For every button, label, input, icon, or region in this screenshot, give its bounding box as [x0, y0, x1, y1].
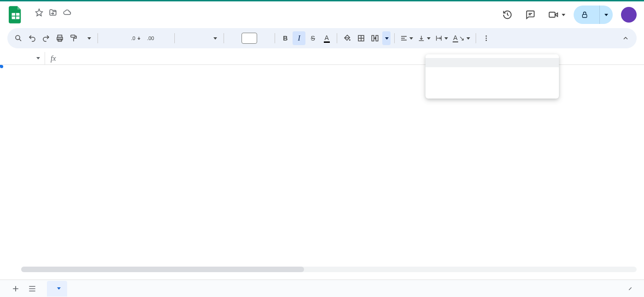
namebox-dropdown-icon[interactable]: [36, 57, 40, 59]
meet-icon[interactable]: [546, 7, 561, 22]
horizontal-align-button[interactable]: [398, 31, 415, 45]
decrease-fontsize[interactable]: [228, 31, 241, 45]
paint-format-icon[interactable]: [67, 31, 80, 45]
menu-extensions[interactable]: [87, 17, 95, 21]
menu-edit[interactable]: [38, 17, 45, 21]
star-icon[interactable]: [35, 8, 43, 17]
svg-point-8: [349, 39, 351, 41]
active-cell-outline: [0, 65, 2, 67]
cloud-status-icon[interactable]: [63, 8, 72, 17]
share-button[interactable]: [574, 6, 599, 24]
svg-rect-1: [549, 12, 555, 17]
toolbar-more-icon[interactable]: [480, 31, 493, 45]
toolbar: .0 .00 B I S A A↘: [7, 28, 637, 48]
text-color-button[interactable]: A: [320, 31, 333, 45]
explore-button[interactable]: [624, 282, 637, 295]
borders-button[interactable]: [355, 31, 368, 45]
merge-cells-button[interactable]: [368, 31, 381, 45]
all-sheets-button[interactable]: [24, 280, 40, 297]
undo-icon[interactable]: [26, 31, 39, 45]
fontsize-input[interactable]: [242, 33, 257, 44]
search-menus-icon[interactable]: [12, 31, 25, 45]
menu-tools[interactable]: [79, 17, 86, 21]
redo-icon[interactable]: [40, 31, 52, 45]
merge-horizontally-option[interactable]: [426, 76, 559, 86]
menu-help[interactable]: [96, 17, 103, 21]
menu-data[interactable]: [71, 17, 78, 21]
sheet-tab-sheet1[interactable]: [47, 281, 67, 297]
text-wrap-button[interactable]: [433, 31, 450, 45]
italic-button[interactable]: I: [293, 31, 305, 45]
strikethrough-button[interactable]: S: [306, 31, 319, 45]
history-icon[interactable]: [500, 7, 515, 22]
increase-decimal-icon[interactable]: .00: [144, 31, 157, 45]
format-123[interactable]: [158, 31, 171, 45]
increase-fontsize[interactable]: [258, 31, 271, 45]
sheets-logo[interactable]: [7, 5, 24, 24]
svg-rect-2: [582, 14, 586, 17]
svg-point-11: [485, 38, 487, 39]
meet-dropdown-icon[interactable]: [562, 14, 565, 16]
menu-insert[interactable]: [54, 17, 62, 21]
svg-point-10: [485, 35, 487, 37]
bold-button[interactable]: B: [279, 31, 292, 45]
lock-icon: [581, 11, 588, 18]
print-icon[interactable]: [53, 31, 66, 45]
add-sheet-button[interactable]: [7, 280, 24, 297]
account-avatar[interactable]: [621, 7, 637, 23]
selection-outline: [0, 65, 1, 66]
menu-bar: [29, 17, 103, 21]
unmerge-option: [426, 86, 559, 95]
format-currency[interactable]: [102, 31, 115, 45]
fx-icon: fx: [45, 54, 62, 63]
menu-view[interactable]: [46, 17, 53, 21]
name-box[interactable]: [0, 52, 45, 64]
menu-file[interactable]: [29, 17, 37, 21]
svg-rect-7: [71, 35, 75, 37]
text-rotation-button[interactable]: A↘: [451, 31, 472, 45]
selection-handle[interactable]: [0, 65, 3, 68]
decrease-decimal-icon[interactable]: .0: [129, 31, 143, 45]
format-percent[interactable]: [115, 31, 128, 45]
font-select[interactable]: [178, 31, 220, 45]
move-icon[interactable]: [49, 8, 57, 17]
merge-vertically-option[interactable]: [426, 67, 559, 76]
merge-all-option[interactable]: [426, 58, 559, 67]
svg-point-12: [485, 40, 487, 41]
menu-format[interactable]: [63, 17, 70, 21]
horizontal-scrollbar[interactable]: [21, 267, 637, 272]
vertical-align-button[interactable]: [416, 31, 432, 45]
share-dropdown[interactable]: [599, 6, 613, 24]
zoom-select[interactable]: [81, 31, 94, 45]
merge-dropdown-menu: [426, 54, 559, 99]
collapse-toolbar-icon[interactable]: [619, 31, 632, 45]
comments-icon[interactable]: [523, 7, 538, 22]
merge-cells-dropdown[interactable]: [382, 31, 391, 45]
svg-point-3: [16, 35, 20, 40]
fill-color-button[interactable]: [341, 31, 354, 45]
sheet-tab-dropdown-icon[interactable]: [57, 287, 61, 290]
